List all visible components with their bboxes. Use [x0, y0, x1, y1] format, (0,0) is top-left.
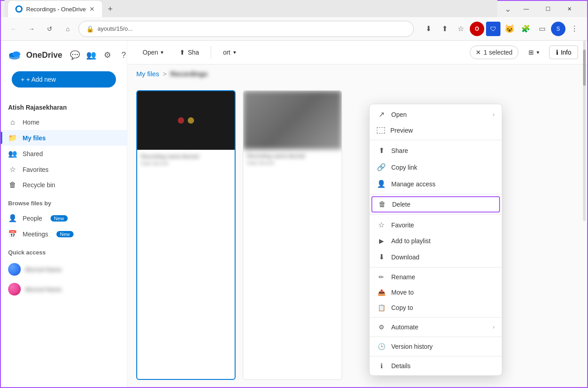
sidebar-item-label-favorites: Favorites: [23, 166, 49, 173]
browser-tab[interactable]: Recordings - OneDrive ✕: [8, 1, 102, 17]
scrollbar[interactable]: [582, 41, 587, 221]
ctx-rename-icon: ✏: [377, 273, 386, 281]
ctx-move-to[interactable]: 📤 Move to: [370, 285, 502, 300]
file-card-selected[interactable]: Recording name blurred Date blurred: [136, 90, 236, 380]
ctx-copy-link[interactable]: 🔗 Copy link: [370, 159, 502, 176]
ctx-open[interactable]: ↗ Open ›: [370, 106, 502, 123]
tab-close-button[interactable]: ✕: [89, 5, 95, 13]
close-button[interactable]: ✕: [559, 2, 580, 16]
recycle-bin-nav-icon: 🗑: [8, 181, 17, 189]
info-button[interactable]: ℹ Info: [549, 46, 578, 59]
grid-view-icon: ⊞: [528, 49, 534, 56]
sidebar-item-label-shared: Shared: [23, 150, 43, 157]
add-new-button[interactable]: + + Add new: [12, 71, 116, 88]
share-button[interactable]: ⬆ Sha: [173, 45, 205, 60]
avatar-icon[interactable]: 😺: [502, 22, 517, 36]
help-icon[interactable]: ?: [116, 48, 127, 62]
sidebar-header: OneDrive 💬 👥 ⚙ ? A: [1, 48, 127, 68]
puzzle-icon[interactable]: 🧩: [519, 22, 533, 36]
ctx-preview-label: Preview: [390, 127, 495, 134]
opera-icon[interactable]: O: [470, 22, 484, 36]
sidebar-item-my-files[interactable]: 📁 My files: [1, 130, 127, 146]
quick-item-2[interactable]: Blurred Name: [1, 279, 127, 299]
thumb-dot-yellow: [188, 117, 194, 124]
selected-badge[interactable]: ✕ 1 selected: [470, 46, 519, 59]
spline-icon[interactable]: S: [551, 22, 565, 36]
ctx-download-label: Download: [391, 254, 495, 261]
quick-access-label: Quick access: [1, 242, 127, 259]
file-info-2: Recording name blurred Date blurred: [243, 149, 342, 169]
sort-button[interactable]: ort ▾: [217, 45, 242, 60]
tab-favicon: [15, 5, 23, 13]
ctx-details-icon: ℹ: [377, 362, 386, 370]
quick-item-1[interactable]: Blurred Name: [1, 259, 127, 279]
sidebar-item-label-home: Home: [23, 119, 39, 126]
people-icon[interactable]: 👥: [84, 48, 98, 62]
ctx-rename[interactable]: ✏ Rename: [370, 269, 502, 285]
ctx-open-label: Open: [391, 111, 487, 118]
ctx-download-icon: ⬇: [377, 253, 386, 261]
context-menu: ↗ Open › Preview ⬆ Share 🔗 C: [369, 104, 502, 376]
view-toggle-button[interactable]: ⊞ ▾: [522, 45, 546, 60]
ctx-share[interactable]: ⬆ Share: [370, 142, 502, 159]
file-card-2[interactable]: Recording name blurred Date blurred: [243, 90, 342, 380]
sidebar-item-home[interactable]: ⌂ Home: [1, 115, 127, 130]
favorite-page-icon[interactable]: ☆: [454, 22, 468, 36]
ctx-version-history[interactable]: 🕒 Version history: [370, 339, 502, 354]
notification-icon[interactable]: 💬: [68, 48, 82, 62]
sidebar-item-people[interactable]: 👤 People New: [1, 210, 127, 226]
shared-nav-icon: 👥: [8, 149, 17, 158]
forward-button[interactable]: →: [24, 22, 39, 36]
ctx-move-label: Move to: [391, 289, 495, 296]
tab-title: Recordings - OneDrive: [26, 6, 86, 13]
open-button[interactable]: Open ▾: [136, 45, 170, 60]
meetings-badge: New: [56, 231, 74, 237]
info-icon: ℹ: [556, 49, 558, 56]
ctx-details[interactable]: ℹ Details: [370, 358, 502, 374]
sidebar-item-label-recycle-bin: Recycle bin: [23, 181, 55, 189]
minimize-button[interactable]: —: [516, 2, 537, 16]
ctx-details-label: Details: [391, 362, 495, 370]
toolbar-right: ✕ 1 selected ⊞ ▾ ℹ Info: [470, 45, 578, 60]
shield-icon[interactable]: 🛡: [486, 22, 500, 36]
sidebar-item-recycle-bin[interactable]: 🗑 Recycle bin: [1, 177, 127, 193]
back-button[interactable]: ←: [6, 22, 21, 36]
breadcrumb-separator: >: [163, 70, 167, 78]
svg-point-0: [17, 7, 21, 11]
ctx-download[interactable]: ⬇ Download: [370, 249, 502, 265]
ctx-manage-access[interactable]: 👤 Manage access: [370, 176, 502, 192]
sidebar-item-favorites[interactable]: ☆ Favorites: [1, 162, 127, 177]
selected-count: 1 selected: [484, 49, 513, 56]
ctx-preview[interactable]: Preview: [370, 123, 502, 138]
address-bar[interactable]: 🔒 ayouts/15/o...: [79, 21, 414, 37]
home-button[interactable]: ⌂: [60, 22, 75, 36]
ctx-sep-3: [370, 214, 502, 215]
ctx-rename-label: Rename: [391, 273, 495, 281]
quick-avatar-1: [8, 263, 21, 276]
ctx-automate[interactable]: ⚙ Automate ›: [370, 319, 502, 335]
my-files-nav-icon: 📁: [8, 134, 17, 142]
sidebar-item-shared[interactable]: 👥 Shared: [1, 146, 127, 162]
ctx-copy-to[interactable]: 📋 Copy to: [370, 300, 502, 315]
plus-icon: +: [21, 76, 24, 83]
download-page-icon[interactable]: ⬇: [421, 22, 435, 36]
ctx-favorite[interactable]: ☆ Favorite: [370, 217, 502, 233]
maximize-button[interactable]: ☐: [537, 2, 558, 16]
ctx-sep-6: [370, 337, 502, 337]
settings-icon[interactable]: ⚙: [100, 48, 115, 62]
ctx-delete[interactable]: 🗑 Delete: [371, 196, 500, 212]
ctx-sep-7: [370, 356, 502, 356]
open-label: Open: [143, 49, 158, 56]
breadcrumb-my-files[interactable]: My files: [136, 70, 159, 78]
scrollbar-thumb[interactable]: [583, 50, 586, 86]
reload-button[interactable]: ↺: [42, 22, 57, 36]
home-nav-icon: ⌂: [8, 118, 17, 126]
sidebar-item-meetings[interactable]: 📅 Meetings New: [1, 226, 127, 242]
selected-close-icon[interactable]: ✕: [476, 49, 481, 56]
ctx-add-to-playlist[interactable]: ▶ Add to playlist: [370, 233, 502, 249]
share-page-icon[interactable]: ⬆: [437, 22, 452, 36]
ctx-playlist-icon: ▶: [377, 237, 386, 245]
sidebar-toggle-icon[interactable]: ▭: [535, 22, 549, 36]
new-tab-button[interactable]: +: [104, 3, 116, 15]
menu-icon[interactable]: ⋮: [567, 22, 582, 36]
